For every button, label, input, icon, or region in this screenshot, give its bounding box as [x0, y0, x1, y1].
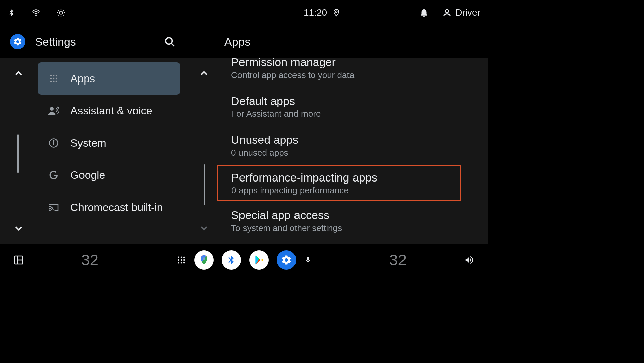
svg-point-2: [336, 11, 337, 13]
svg-point-3: [446, 10, 449, 13]
setting-performance-impacting-apps[interactable]: Performance-impacting apps 0 apps impact…: [217, 165, 461, 202]
setting-special-app-access[interactable]: Special app access To system and other s…: [216, 201, 475, 240]
status-left: [8, 8, 66, 18]
mic-button[interactable]: [304, 255, 312, 265]
sidebar-item-label: Apps: [70, 72, 95, 85]
setting-title: Permission manager: [231, 55, 460, 69]
left-arrow-col: [0, 58, 38, 244]
setting-unused-apps[interactable]: Unused apps 0 unused apps: [216, 126, 475, 165]
scroll-up-button[interactable]: [198, 68, 210, 79]
svg-point-14: [50, 107, 54, 111]
setting-subtitle: 0 apps impacting performance: [231, 185, 446, 196]
svg-point-5: [50, 75, 52, 77]
svg-point-25: [178, 259, 180, 261]
scroll-down-button[interactable]: [13, 223, 24, 234]
bottom-bar: 32 32: [0, 244, 488, 275]
setting-subtitle: For Assistant and more: [231, 109, 460, 119]
left-body: Apps Assistant & voice System: [0, 58, 186, 244]
temperature-right[interactable]: 32: [389, 251, 407, 269]
setting-subtitle: To system and other settings: [231, 223, 460, 234]
dashboard-icon[interactable]: [13, 255, 24, 265]
left-header: Settings: [0, 25, 186, 58]
brightness-icon: [56, 8, 66, 17]
settings-app-icon[interactable]: [277, 250, 296, 270]
svg-point-4: [166, 38, 172, 44]
svg-point-0: [36, 15, 36, 16]
cast-icon: [47, 203, 60, 212]
svg-point-22: [178, 256, 180, 258]
sidebar-item-label: Google: [70, 169, 105, 182]
user-name: Driver: [455, 7, 480, 18]
google-g-icon: [47, 170, 60, 180]
bluetooth-app-icon[interactable]: [222, 250, 241, 270]
clock-time: 11:20: [304, 7, 327, 18]
setting-title: Default apps: [231, 94, 460, 108]
detail-title: Apps: [224, 35, 251, 48]
location-icon: [332, 8, 340, 18]
sidebar-item-label: Assistant & voice: [70, 105, 152, 117]
svg-point-23: [181, 256, 182, 258]
bottom-center: [177, 250, 312, 270]
bottom-right: 32: [389, 251, 475, 269]
svg-point-11: [50, 81, 52, 82]
bell-icon[interactable]: [419, 8, 429, 18]
setting-title: Special app access: [231, 208, 460, 222]
setting-subtitle: Control app access to your data: [231, 70, 460, 81]
svg-point-28: [178, 262, 180, 263]
user-profile[interactable]: Driver: [442, 7, 480, 18]
assistant-voice-icon: [47, 106, 60, 115]
wifi-icon: [30, 8, 42, 17]
sidebar-item-label: System: [70, 137, 106, 149]
svg-point-27: [183, 259, 185, 261]
volume-icon[interactable]: [464, 255, 475, 265]
scroll-up-button[interactable]: [13, 68, 24, 79]
temperature-left[interactable]: 32: [81, 251, 98, 269]
setting-title: Unused apps: [231, 133, 460, 147]
left-panel: Settings Apps: [0, 25, 186, 244]
status-center: 11:20: [304, 7, 340, 18]
right-arrow-col: [186, 58, 216, 244]
setting-subtitle: 0 unused apps: [231, 148, 460, 158]
sidebar-item-system[interactable]: System: [38, 127, 180, 159]
svg-point-10: [56, 78, 57, 80]
setting-title: Performance-impacting apps: [231, 170, 446, 185]
svg-point-1: [59, 11, 62, 14]
svg-point-13: [56, 81, 57, 82]
scroll-indicator: [17, 134, 19, 173]
svg-point-8: [50, 78, 52, 80]
status-right: Driver: [419, 7, 480, 18]
svg-point-9: [53, 78, 55, 80]
scroll-down-button[interactable]: [198, 223, 210, 234]
sidebar-item-google[interactable]: Google: [38, 159, 180, 191]
svg-point-18: [49, 210, 50, 211]
content: Settings Apps: [0, 25, 488, 244]
apps-grid-icon: [47, 74, 60, 83]
sidebar-item-chromecast[interactable]: Chromecast built-in: [38, 191, 180, 223]
scroll-indicator: [204, 164, 205, 205]
svg-point-24: [183, 256, 185, 258]
svg-point-30: [183, 262, 185, 263]
setting-permission-manager[interactable]: Permission manager Control app access to…: [216, 55, 475, 87]
svg-point-31: [203, 257, 205, 260]
svg-point-6: [53, 75, 55, 77]
right-panel: Apps Permission manager Control app acce…: [186, 25, 488, 244]
app-launcher-button[interactable]: [177, 255, 186, 265]
svg-point-12: [53, 81, 55, 82]
sidebar-item-assistant[interactable]: Assistant & voice: [38, 95, 180, 127]
sidebar-item-label: Chromecast built-in: [70, 201, 163, 214]
search-button[interactable]: [164, 36, 176, 48]
svg-point-7: [56, 75, 57, 77]
status-bar: 11:20 Driver: [0, 0, 488, 25]
svg-point-26: [181, 259, 182, 261]
bottom-left: 32: [13, 251, 98, 269]
page-title: Settings: [35, 35, 154, 48]
right-body: Permission manager Control app access to…: [186, 58, 488, 244]
svg-point-29: [181, 262, 182, 263]
settings-gear-icon: [10, 34, 25, 49]
settings-list: Permission manager Control app access to…: [216, 58, 488, 244]
play-store-app-icon[interactable]: [249, 250, 269, 270]
sidebar-item-apps[interactable]: Apps: [38, 62, 180, 95]
maps-app-icon[interactable]: [194, 250, 214, 270]
right-header: Apps: [186, 25, 488, 58]
setting-default-apps[interactable]: Default apps For Assistant and more: [216, 87, 475, 126]
